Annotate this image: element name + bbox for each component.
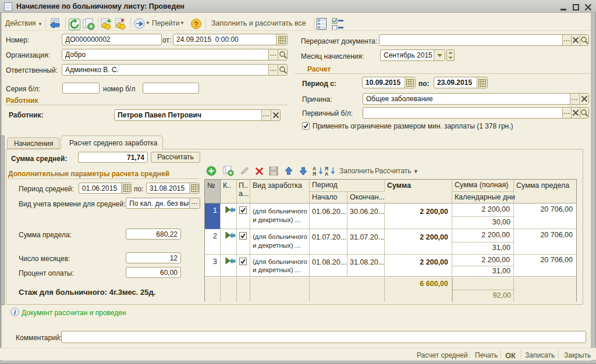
svg-text:?: ? [194, 20, 198, 28]
